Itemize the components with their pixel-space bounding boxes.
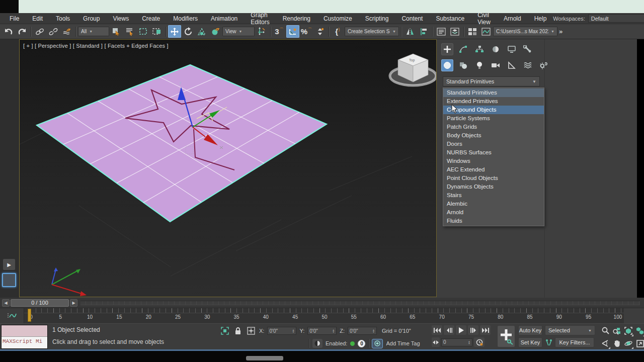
menu-tools[interactable]: Tools [49, 15, 76, 22]
notification-count-badge[interactable]: 0 [358, 340, 365, 347]
time-slider-track[interactable] [80, 301, 640, 305]
auto-key-button[interactable]: Auto Key [518, 325, 542, 335]
category-option[interactable]: Dynamics Objects [443, 183, 544, 191]
ribbon-toggle[interactable] [466, 25, 479, 38]
orbit-button[interactable] [623, 337, 634, 349]
selection-filter-dropdown[interactable]: All ▼ [78, 27, 109, 36]
scene-explorer-toggle[interactable] [435, 25, 448, 38]
tab-hierarchy[interactable] [473, 43, 486, 55]
object-category-dropdown[interactable]: Standard Primitives ▼ [443, 76, 540, 86]
category-option[interactable]: Point Cloud Objects [443, 174, 544, 183]
isolate-selection-toggle[interactable] [220, 326, 230, 335]
tab-create[interactable] [441, 43, 453, 55]
notification-button[interactable] [312, 339, 323, 348]
category-shapes[interactable] [457, 59, 469, 71]
select-and-move-button[interactable] [168, 25, 181, 38]
key-mode-dropdown[interactable]: Selected ▼ [545, 325, 595, 335]
add-time-tag-label[interactable]: Add Time Tag [386, 340, 420, 346]
mini-curve-editor-box[interactable] [0, 308, 24, 323]
x-spinner[interactable]: ▲▼ [292, 329, 294, 333]
y-coordinate-field[interactable]: 0'0" ▲▼ [307, 327, 337, 335]
select-and-link-button[interactable] [33, 25, 46, 38]
viewport-label[interactable]: [ + ] [ Perspective ] [ Standard ] [ Fac… [23, 43, 169, 49]
maxscript-mini-listener[interactable]: MAXScript Mi [1, 325, 48, 349]
category-option[interactable]: Arnold [443, 208, 544, 217]
set-key-button[interactable]: Set Key [518, 337, 542, 347]
menu-graph-editors[interactable]: Graph Editors [244, 12, 276, 26]
maxscript-listener-field[interactable]: MAXScript Mi [2, 337, 47, 348]
time-configuration-button[interactable] [474, 337, 485, 347]
previous-frame-button[interactable] [444, 325, 454, 335]
reference-coordinate-dropdown[interactable]: View ▼ [222, 27, 255, 36]
tab-modify[interactable] [457, 43, 469, 55]
category-lights[interactable] [473, 59, 486, 71]
menu-modifiers[interactable]: Modifiers [167, 15, 204, 22]
menu-rendering[interactable]: Rendering [276, 15, 317, 22]
y-spinner[interactable]: ▲▼ [332, 329, 335, 333]
align-button[interactable] [417, 25, 430, 38]
field-of-view-button[interactable] [600, 337, 611, 349]
menu-animation[interactable]: Animation [204, 15, 244, 22]
frame-spinner[interactable]: ▲▼ [468, 340, 470, 344]
current-frame-field[interactable]: 0 ▲▼ [441, 338, 472, 346]
tab-motion[interactable] [490, 43, 502, 55]
plane-object[interactable] [37, 65, 327, 222]
z-spinner[interactable]: ▲▼ [372, 329, 375, 333]
angle-snap-toggle[interactable] [286, 25, 299, 38]
use-pivot-center-button[interactable] [255, 25, 268, 38]
maxscript-macro-row[interactable] [2, 325, 47, 337]
category-cameras[interactable] [490, 59, 502, 71]
percent-snap-toggle[interactable]: %⌒ [300, 25, 313, 38]
layer-explorer-toggle[interactable] [448, 25, 461, 38]
viewcube[interactable]: Top [390, 54, 436, 85]
menu-edit[interactable]: Edit [26, 15, 49, 22]
category-option[interactable]: Patch Grids [443, 123, 544, 131]
category-spacewarps[interactable] [522, 59, 534, 71]
layout-tabs-flyout-button[interactable]: ▶ [3, 259, 15, 270]
menu-file[interactable]: File [3, 15, 26, 22]
go-to-start-button[interactable] [432, 325, 442, 335]
category-option[interactable]: Fluids [443, 217, 544, 225]
play-button[interactable] [456, 325, 466, 335]
key-filter-icon[interactable] [545, 338, 553, 346]
next-frame-arrow[interactable]: ▶ [70, 299, 77, 307]
category-option[interactable]: Stairs [443, 191, 544, 200]
project-folder-dropdown[interactable]: C:\Users\S...s Max 2022 ▼ [493, 27, 557, 36]
category-option[interactable]: Body Objects [443, 131, 544, 140]
menu-content[interactable]: Content [395, 15, 429, 22]
category-option[interactable]: Standard Primitives [443, 88, 544, 97]
tab-utilities[interactable] [522, 43, 534, 55]
category-option[interactable]: Compound Objects [443, 106, 544, 114]
named-selection-set-dropdown[interactable]: Create Selection Se ▼ [345, 27, 399, 36]
select-and-rotate-button[interactable] [182, 25, 195, 38]
select-by-name-button[interactable] [123, 25, 136, 38]
category-option[interactable]: Doors [443, 140, 544, 148]
select-and-scale-button[interactable] [195, 25, 208, 38]
set-keys-button[interactable] [497, 325, 515, 347]
menu-civil-view[interactable]: Civil View [471, 12, 497, 26]
workspaces-dropdown[interactable]: Default ▼ [588, 14, 644, 23]
select-object-button[interactable] [110, 25, 123, 38]
menu-create[interactable]: Create [135, 15, 167, 22]
zoom-all-button[interactable] [611, 325, 622, 337]
maximize-viewport-toggle[interactable] [634, 337, 644, 349]
spinner-snap-toggle[interactable] [313, 25, 327, 38]
tab-display[interactable] [506, 43, 518, 55]
go-to-end-button[interactable] [480, 325, 491, 335]
edit-named-selection-sets-button[interactable]: {⟩ [331, 25, 344, 38]
track-bar[interactable]: 0510152025303540455055606570758085909510… [0, 308, 644, 323]
mirror-button[interactable] [404, 25, 417, 38]
category-systems[interactable] [538, 59, 550, 71]
category-option[interactable]: Extended Primitives [443, 97, 544, 106]
time-slider-handle[interactable]: 0 / 100 [11, 299, 69, 307]
menu-substance[interactable]: Substance [429, 15, 471, 22]
category-geometry[interactable] [441, 59, 453, 71]
window-crossing-toggle[interactable] [150, 25, 164, 38]
unlink-selection-button[interactable] [47, 25, 60, 38]
bind-to-spacewarp-button[interactable] [60, 25, 73, 38]
previous-frame-arrow[interactable]: ◀ [2, 299, 10, 307]
curve-editor-button[interactable] [479, 25, 493, 38]
zoom-extents-all-button[interactable] [634, 325, 644, 337]
zoom-button[interactable] [600, 325, 611, 337]
menu-views[interactable]: Views [106, 15, 135, 22]
